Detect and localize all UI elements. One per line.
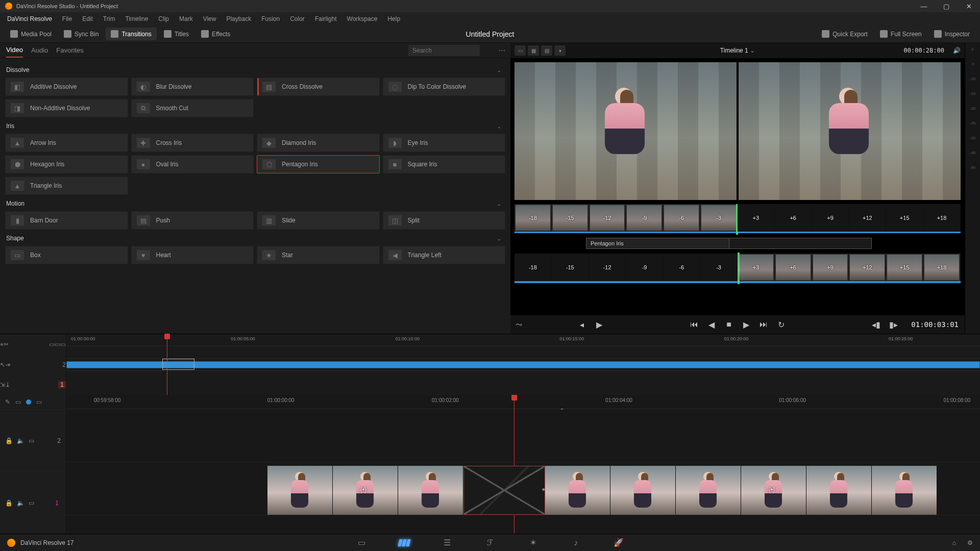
playhead-timecode[interactable]: 01:00:03:01 <box>911 320 959 329</box>
stop-icon[interactable]: ■ <box>723 320 734 329</box>
search-input[interactable] <box>408 45 480 56</box>
trim-tool-icon[interactable]: ⇥ <box>5 361 10 368</box>
timeline-name-dropdown[interactable]: Timeline 1 <box>720 47 755 54</box>
next-edit-icon[interactable]: ▮▸ <box>888 320 899 330</box>
menu-fairlight[interactable]: Fairlight <box>310 13 342 24</box>
transition-item[interactable]: ▥Slide <box>257 211 380 230</box>
insert-icon[interactable]: ⇲ <box>0 381 5 388</box>
tl-view-icon[interactable]: ▭ <box>36 398 42 406</box>
transition-item-selected[interactable]: ⬠Pentagon Iris <box>257 155 380 173</box>
go-last-icon[interactable]: ⏭ <box>758 320 769 329</box>
append-icon[interactable]: ⤓ <box>5 381 10 388</box>
track-header-v1[interactable]: 🔒🔈▭1 <box>0 471 66 534</box>
transition-item[interactable]: ♥Heart <box>131 246 254 264</box>
transition-item[interactable]: ◌Dip To Color Dissolve <box>383 78 506 96</box>
tool-selection-icon[interactable]: ⌖ <box>0 341 4 348</box>
transition-item[interactable]: ▲Arrow Iris <box>5 134 128 152</box>
mute-icon[interactable]: 🔈 <box>17 437 24 444</box>
lock-icon[interactable]: 🔒 <box>5 499 13 507</box>
mini-ruler[interactable]: 01:00:00:00 01:00:05:00 01:00:10:00 01:0… <box>66 334 980 346</box>
timeline-canvas[interactable]: 00:59:58:00 01:00:00:00 01:00:02:00 01:0… <box>66 395 980 534</box>
page-deliver[interactable]: 🚀 <box>611 537 626 548</box>
menu-file[interactable]: File <box>57 13 77 24</box>
loop-icon[interactable]: ↻ <box>775 320 787 330</box>
tab-audio[interactable]: Audio <box>31 43 48 57</box>
viewer-layout-icon[interactable]: ▾ <box>554 45 566 56</box>
video-track-1[interactable]: {•} ⇔ {•} <box>66 462 980 515</box>
go-first-icon[interactable]: ⏮ <box>689 320 700 329</box>
page-media[interactable]: ▭ <box>354 537 369 548</box>
transition-item[interactable]: ⧉Smooth Cut <box>131 99 254 117</box>
transition-item[interactable]: ▮Barn Door <box>5 211 128 230</box>
transition-item[interactable]: ◆Diamond Iris <box>257 134 380 152</box>
clip-thumbnail[interactable] <box>610 466 676 515</box>
toggle-icon[interactable]: ▭ <box>29 437 34 444</box>
track-header-v2[interactable]: 🔒🔈▭2 <box>0 409 66 471</box>
effects-button[interactable]: Effects <box>196 28 235 40</box>
menu-help[interactable]: Help <box>382 13 405 24</box>
titles-button[interactable]: Titles <box>159 28 194 40</box>
lock-icon[interactable]: 🔒 <box>5 437 13 444</box>
menu-workspace[interactable]: Workspace <box>342 13 383 24</box>
viewer-layout-icon[interactable]: ▭ <box>514 45 526 56</box>
transitions-list[interactable]: Dissolve ◧Additive Dissolve ◐Blur Dissol… <box>0 58 510 334</box>
transition-item[interactable]: ◀Triangle Left <box>383 246 506 264</box>
tab-video[interactable]: Video <box>6 43 23 58</box>
transition-item[interactable]: ✚Cross Iris <box>131 134 254 152</box>
clip-thumbnail[interactable] <box>398 466 463 515</box>
full-screen-button[interactable]: Full Screen <box>875 28 927 40</box>
clip-thumbnail[interactable] <box>267 466 333 515</box>
transition-item[interactable]: ●Oval Iris <box>131 155 254 173</box>
clip-thumbnail[interactable] <box>872 466 937 515</box>
timeline-ruler[interactable]: 00:59:58:00 01:00:00:00 01:00:02:00 01:0… <box>66 395 980 409</box>
boring-detector-icon[interactable]: ⤳ <box>516 320 522 330</box>
inspector-button[interactable]: Inspector <box>929 28 975 40</box>
viewer-layout-icon[interactable]: ▦ <box>528 45 539 56</box>
transition-item[interactable]: ◫Split <box>383 211 506 230</box>
jog-left-icon[interactable]: ◂ <box>576 320 587 330</box>
group-shape-header[interactable]: Shape <box>5 230 505 246</box>
menu-color[interactable]: Color <box>285 13 310 24</box>
menu-trim[interactable]: Trim <box>98 13 120 24</box>
clip-color-dot[interactable] <box>26 399 31 405</box>
mute-icon[interactable]: 🔈 <box>17 499 24 507</box>
media-pool-button[interactable]: Media Pool <box>5 28 57 40</box>
play-icon[interactable]: ▶ <box>741 320 752 330</box>
clip-thumbnail[interactable]: {•} <box>333 466 398 515</box>
group-dissolve-header[interactable]: Dissolve <box>5 61 505 78</box>
menu-playback[interactable]: Playback <box>221 13 256 24</box>
flag-icon[interactable]: ▭ <box>60 341 66 348</box>
applied-transition[interactable]: ⇔ <box>463 466 545 515</box>
menu-fusion[interactable]: Fusion <box>256 13 285 24</box>
quick-export-button[interactable]: Quick Export <box>817 28 873 40</box>
step-back-icon[interactable]: ◀ <box>706 320 717 330</box>
tool-razor-icon[interactable]: ✂ <box>4 341 9 348</box>
clip-thumbnail[interactable] <box>676 466 741 515</box>
transition-item[interactable]: ◨Non-Additive Dissolve <box>5 99 128 117</box>
menu-davinci[interactable]: DaVinci Resolve <box>2 13 57 24</box>
transition-item[interactable]: ▧Cross Dissolve <box>257 78 380 96</box>
panel-options-icon[interactable]: ⋯ <box>499 46 505 54</box>
edit-index[interactable]: ✎ <box>5 398 10 406</box>
clip-thumbnail[interactable] <box>806 466 872 515</box>
gear-icon[interactable]: ⚙ <box>967 539 973 546</box>
transition-item[interactable]: ◐Blur Dissolve <box>131 78 254 96</box>
marker-icon[interactable]: ▭ <box>55 341 60 348</box>
transition-item[interactable]: ★Star <box>257 246 380 264</box>
clip-thumbnail[interactable]: {•} <box>741 466 806 515</box>
tab-favorites[interactable]: Favorites <box>56 43 83 57</box>
menu-timeline[interactable]: Timeline <box>120 13 153 24</box>
home-icon[interactable]: ⌂ <box>952 539 956 546</box>
menu-view[interactable]: View <box>198 13 222 24</box>
menu-mark[interactable]: Mark <box>174 13 198 24</box>
viewer-layout-icon[interactable]: ▤ <box>541 45 552 56</box>
transition-item[interactable]: ■Square Iris <box>383 155 506 173</box>
window-close-button[interactable]: ✕ <box>958 0 980 12</box>
window-maximize-button[interactable]: ▢ <box>935 0 958 12</box>
group-iris-header[interactable]: Iris <box>5 117 505 134</box>
page-fusion[interactable]: ℱ <box>483 537 497 548</box>
group-motion-header[interactable]: Motion <box>5 195 505 211</box>
menu-edit[interactable]: Edit <box>77 13 98 24</box>
transition-item[interactable]: ◧Additive Dissolve <box>5 78 128 96</box>
play-reverse-icon[interactable]: ▶ <box>594 320 605 330</box>
